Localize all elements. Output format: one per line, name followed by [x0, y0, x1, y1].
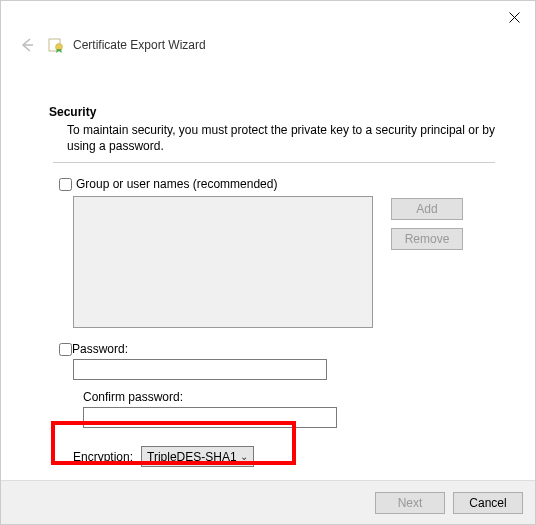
certificate-icon: [47, 36, 65, 54]
add-button[interactable]: Add: [391, 198, 463, 220]
footer: Next Cancel: [1, 480, 535, 524]
groups-checkbox[interactable]: [59, 178, 72, 191]
password-checkbox[interactable]: [59, 343, 72, 356]
password-input[interactable]: [73, 359, 327, 380]
encryption-dropdown[interactable]: TripleDES-SHA1 ⌄: [141, 446, 254, 467]
wizard-header: Certificate Export Wizard: [1, 31, 535, 57]
back-arrow-icon: [17, 35, 37, 55]
principals-listbox[interactable]: [73, 196, 373, 328]
wizard-title: Certificate Export Wizard: [73, 38, 206, 52]
remove-button[interactable]: Remove: [391, 228, 463, 250]
encryption-label: Encryption:: [73, 450, 133, 464]
confirm-password-input[interactable]: [83, 407, 337, 428]
next-button[interactable]: Next: [375, 492, 445, 514]
chevron-down-icon: ⌄: [240, 451, 248, 462]
close-button[interactable]: [493, 3, 535, 31]
encryption-value: TripleDES-SHA1: [147, 450, 237, 464]
cancel-button[interactable]: Cancel: [453, 492, 523, 514]
section-description: To maintain security, you must protect t…: [67, 122, 497, 154]
divider: [53, 162, 495, 163]
confirm-password-label: Confirm password:: [83, 390, 499, 404]
back-button[interactable]: [15, 33, 39, 57]
close-icon: [509, 12, 520, 23]
password-label: Password:: [72, 342, 128, 356]
section-heading: Security: [49, 105, 499, 119]
groups-label: Group or user names (recommended): [76, 177, 277, 191]
